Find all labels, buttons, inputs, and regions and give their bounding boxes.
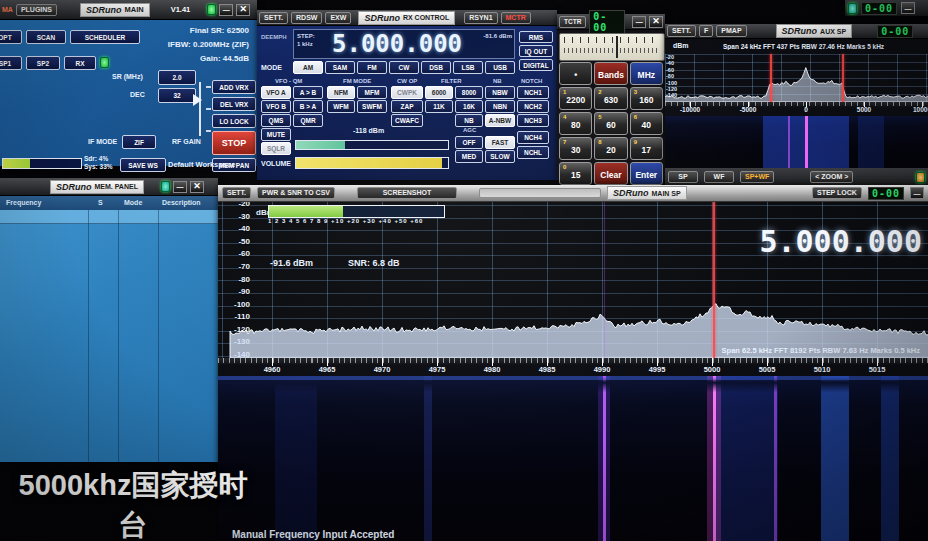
nch2-button[interactable]: NCH2 — [517, 100, 549, 113]
zoom-control[interactable]: < ZOOM > — [810, 171, 853, 183]
main-waterfall[interactable] — [218, 376, 928, 541]
sp1-button[interactable]: SP1 — [0, 56, 22, 70]
nbw-button[interactable]: NBW — [485, 86, 515, 99]
aux-waterfall[interactable] — [665, 116, 928, 168]
rx-button[interactable]: RX — [64, 56, 96, 70]
nb-button[interactable]: NB — [455, 114, 483, 127]
filter-8000-button[interactable]: 8000 — [455, 86, 483, 99]
aux-sett-button[interactable]: SETT. — [667, 25, 696, 37]
collapsed-minimize-button[interactable]: — — [901, 2, 915, 14]
del-vrx-button[interactable]: DEL VRX — [212, 97, 256, 111]
nchl-button[interactable]: NCHL — [517, 146, 549, 159]
mctr-button[interactable]: MCTR — [501, 12, 531, 24]
sp-wf-button[interactable]: SP+WF — [740, 171, 774, 183]
save-ws-button[interactable]: SAVE WS — [120, 158, 166, 172]
qms-button[interactable]: QMS — [261, 114, 291, 127]
digital-button[interactable]: DIGITAL — [519, 59, 553, 71]
keypad-minimize-button[interactable]: — — [632, 16, 646, 28]
mode-sam-button[interactable]: SAM — [325, 61, 355, 74]
key-40[interactable]: 640 — [630, 112, 663, 135]
sr-value-box[interactable]: 2.0 — [158, 70, 196, 85]
key-60[interactable]: 560 — [594, 112, 627, 135]
main-spectrum[interactable]: -20-30-40-50-60-70-80-90-100-110-120-130… — [218, 202, 928, 358]
dec-value-box[interactable]: 32 — [158, 88, 196, 103]
close-button[interactable]: ✕ — [236, 4, 250, 16]
step-value[interactable]: 1 kHz — [297, 41, 313, 47]
swfm-button[interactable]: SWFM — [357, 100, 387, 113]
filter-16k-button[interactable]: 16K — [455, 100, 483, 113]
key-bands[interactable]: Bands — [594, 62, 627, 85]
wfm-button[interactable]: WFM — [327, 100, 355, 113]
nch1-button[interactable]: NCH1 — [517, 86, 549, 99]
if-mode-value[interactable]: ZIF — [122, 135, 156, 149]
plugins-button[interactable]: PLUGINS — [16, 4, 57, 16]
key-630[interactable]: 2630 — [594, 87, 627, 110]
pmap-button[interactable]: PMAP — [716, 25, 746, 37]
mem-selected-row[interactable] — [0, 210, 218, 224]
add-vrx-button[interactable]: ADD VRX — [212, 80, 256, 94]
cwpk-button[interactable]: CWPK — [391, 86, 423, 99]
mode-usb-button[interactable]: USB — [485, 61, 515, 74]
qmr-button[interactable]: QMR — [293, 114, 323, 127]
agc-med-button[interactable]: MED — [455, 150, 483, 163]
a-nbw-button[interactable]: A-NBW — [485, 114, 515, 127]
step-lock-button[interactable]: STEP LOCK — [812, 187, 862, 199]
rf-gain-slider[interactable] — [199, 82, 201, 136]
nch4-button[interactable]: NCH4 — [517, 131, 549, 144]
mem-minimize-button[interactable]: — — [173, 181, 187, 193]
key-80[interactable]: 480 — [559, 112, 592, 135]
lo-lock-button[interactable]: LO LOCK — [212, 114, 256, 128]
mode-lsb-button[interactable]: LSB — [453, 61, 483, 74]
key-17[interactable]: 917 — [630, 137, 663, 160]
wf-button[interactable]: WF — [704, 171, 734, 183]
mfm-button[interactable]: MFM — [357, 86, 387, 99]
stop-button[interactable]: STOP — [212, 131, 256, 155]
mode-fm-button[interactable]: FM — [357, 61, 387, 74]
zap-button[interactable]: ZAP — [391, 100, 423, 113]
key-mhz[interactable]: MHz — [630, 62, 663, 85]
mode-cw-button[interactable]: CW — [389, 61, 419, 74]
mute-button[interactable]: MUTE — [261, 128, 291, 141]
b-to-a-button[interactable]: B > A — [293, 100, 323, 113]
iq-out-button[interactable]: IQ OUT — [519, 45, 553, 57]
key-15[interactable]: 015 — [559, 162, 592, 185]
msp-sett-button[interactable]: SETT. — [222, 187, 251, 199]
volume-slider[interactable] — [295, 157, 449, 169]
aux-spectrum[interactable]: -20-40-60-80-100-120-140 — [665, 54, 928, 102]
col-frequency[interactable]: Frequency — [6, 199, 41, 206]
rdsw-button[interactable]: RDSW — [291, 12, 322, 24]
agc-fast-button[interactable]: FAST — [485, 136, 515, 149]
vfo-a-button[interactable]: VFO A — [261, 86, 291, 99]
col-description[interactable]: Description — [162, 199, 201, 206]
sp-button[interactable]: SP — [668, 171, 698, 183]
rx-sett-button[interactable]: SETT. — [259, 12, 288, 24]
screenshot-button[interactable]: SCREENSHOT — [357, 187, 457, 199]
rms-button[interactable]: RMS — [519, 31, 553, 43]
msp-minimize-button[interactable]: — — [910, 187, 924, 199]
frequency-value[interactable]: 5.000.000 — [332, 30, 462, 58]
key-clear[interactable]: Clear — [594, 162, 627, 185]
mode-am-button[interactable]: AM — [293, 61, 323, 74]
scan-button[interactable]: SCAN — [26, 30, 66, 44]
opt-button[interactable]: OPT — [0, 30, 22, 44]
mem-table-body[interactable] — [0, 210, 218, 462]
mem-close-button[interactable]: ✕ — [190, 181, 204, 193]
sqlr-button[interactable]: SQLR — [261, 142, 291, 155]
key-20[interactable]: 820 — [594, 137, 627, 160]
key-30[interactable]: 730 — [559, 137, 592, 160]
col-s[interactable]: S — [98, 199, 103, 206]
agc-off-button[interactable]: OFF — [455, 136, 483, 149]
frequency-display[interactable]: STEP: 1 kHz 5.000.000 -81.6 dBm — [293, 29, 515, 59]
minimize-button[interactable]: — — [219, 4, 233, 16]
key-enter[interactable]: Enter — [630, 162, 663, 185]
filter-6000-button[interactable]: 6000 — [425, 86, 453, 99]
col-mode[interactable]: Mode — [124, 199, 142, 206]
aux-f-button[interactable]: F — [699, 25, 713, 37]
sp2-button[interactable]: SP2 — [26, 56, 60, 70]
filter-11k-button[interactable]: 11K — [425, 100, 453, 113]
tctr-button[interactable]: TCTR — [559, 16, 586, 28]
squelch-slider[interactable] — [295, 140, 449, 150]
rf-gain-slider-handle[interactable] — [193, 94, 202, 106]
pwr-snr-csv-button[interactable]: PWR & SNR TO CSV — [257, 187, 335, 199]
vfo-b-button[interactable]: VFO B — [261, 100, 291, 113]
